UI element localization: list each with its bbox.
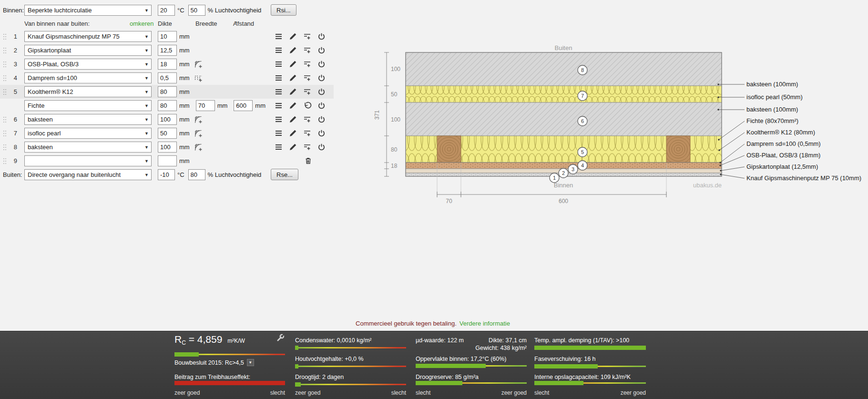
material-select[interactable]: Knauf Gipsmaschinenputz MP 75▼ — [24, 31, 152, 42]
edit-layer-icon[interactable] — [288, 60, 297, 69]
drag-handle-icon[interactable] — [0, 47, 8, 54]
layer-marker[interactable]: 6 — [578, 116, 587, 126]
foil-texture-icon[interactable] — [194, 73, 203, 83]
layer-baksteen-inner[interactable] — [406, 102, 722, 136]
insert-layer-icon[interactable] — [303, 143, 312, 152]
toggle-layer-icon[interactable] — [317, 101, 326, 110]
edit-layer-icon[interactable] — [288, 46, 297, 55]
layer-marker[interactable]: 7 — [578, 91, 587, 101]
drag-handle-icon[interactable] — [0, 130, 8, 137]
layer-menu-icon[interactable] — [274, 60, 283, 69]
layer-menu-icon[interactable] — [274, 101, 283, 110]
toggle-layer-icon[interactable] — [317, 87, 326, 96]
stud-material-select[interactable]: Fichte▼ — [24, 100, 152, 111]
material-select[interactable]: Kooltherm® K12▼ — [24, 86, 152, 97]
thickness-input[interactable] — [158, 59, 177, 70]
toggle-layer-icon[interactable] — [317, 129, 326, 138]
toggle-layer-icon[interactable] — [317, 46, 326, 55]
outside-humidity-input[interactable] — [188, 169, 205, 180]
wood-stud[interactable] — [434, 134, 464, 164]
edit-layer-icon[interactable] — [288, 143, 297, 152]
layer-menu-icon[interactable] — [274, 129, 283, 138]
material-select[interactable]: baksteen▼ — [24, 142, 152, 153]
insert-layer-icon[interactable] — [303, 60, 312, 69]
layer-marker[interactable]: 2 — [559, 168, 568, 178]
material-select[interactable]: Damprem sd=100▼ — [24, 72, 152, 83]
thickness-input[interactable] — [158, 142, 177, 153]
inside-surface-select[interactable]: Beperkte luchtcirculatie ▼ — [24, 5, 152, 16]
layer-baksteen-outer[interactable] — [406, 52, 722, 86]
stud-width-input[interactable] — [196, 100, 215, 111]
rsi-button[interactable]: Rsi... — [271, 4, 296, 16]
insert-layer-icon[interactable] — [303, 129, 312, 138]
drag-handle-icon[interactable] — [0, 74, 8, 82]
edit-layer-icon[interactable] — [288, 129, 297, 138]
outside-temperature-input[interactable] — [158, 169, 175, 180]
insert-layer-icon[interactable] — [303, 32, 312, 41]
insert-layer-icon[interactable] — [303, 115, 312, 124]
material-select[interactable]: isofloc pearl▼ — [24, 128, 152, 139]
toggle-layer-icon[interactable] — [317, 60, 326, 69]
wood-stud[interactable] — [664, 134, 693, 164]
layer-marker[interactable]: 5 — [578, 147, 587, 157]
bouwbesluit-dropdown[interactable]: ▼ — [247, 359, 254, 366]
layer-isofloc-pearl[interactable] — [406, 86, 722, 102]
layer-marker[interactable]: 8 — [578, 65, 587, 75]
layer-osb[interactable] — [406, 163, 722, 169]
layer-menu-icon[interactable] — [274, 46, 283, 55]
layer-number: 9 — [8, 157, 17, 164]
edit-layer-icon[interactable] — [288, 115, 297, 124]
material-select[interactable]: ▼ — [24, 155, 152, 166]
drag-handle-icon[interactable] — [0, 143, 8, 151]
more-info-link[interactable]: Verdere informatie — [460, 320, 510, 327]
inside-temperature-input[interactable] — [158, 5, 175, 16]
thickness-input[interactable] — [158, 155, 177, 166]
layer-menu-icon[interactable] — [274, 143, 283, 152]
stud-thickness-input[interactable] — [158, 100, 177, 111]
toggle-layer-icon[interactable] — [317, 143, 326, 152]
drag-handle-icon[interactable] — [0, 116, 8, 123]
wood-grain-texture-icon[interactable] — [194, 115, 203, 124]
drag-handle-icon[interactable] — [0, 157, 8, 165]
material-select[interactable]: Gipskartonplaat▼ — [24, 45, 152, 56]
toggle-layer-icon[interactable] — [317, 32, 326, 41]
drag-handle-icon[interactable] — [0, 61, 8, 68]
thickness-input[interactable] — [158, 45, 177, 56]
layer-menu-icon[interactable] — [274, 115, 283, 124]
insert-layer-icon[interactable] — [303, 87, 312, 96]
wood-grain-texture-icon[interactable] — [194, 143, 203, 152]
layer-menu-icon[interactable] — [274, 32, 283, 41]
thickness-input[interactable] — [158, 86, 177, 97]
inside-humidity-input[interactable] — [188, 5, 205, 16]
thickness-input[interactable] — [158, 72, 177, 83]
edit-layer-icon[interactable] — [288, 87, 297, 96]
reverse-link[interactable]: omkeren — [130, 20, 154, 27]
wrench-icon[interactable] — [275, 333, 285, 343]
outside-surface-select[interactable]: Directe overgang naar buitenlucht ▼ — [24, 169, 152, 180]
edit-layer-icon[interactable] — [288, 32, 297, 41]
wood-grain-texture-icon[interactable] — [194, 60, 203, 69]
rse-button[interactable]: Rse... — [271, 169, 298, 180]
thickness-input[interactable] — [158, 128, 177, 139]
edit-layer-icon[interactable] — [288, 101, 297, 110]
insert-layer-icon[interactable] — [303, 73, 312, 82]
toggle-layer-icon[interactable] — [317, 73, 326, 82]
edit-layer-icon[interactable] — [288, 73, 297, 82]
layer-marker[interactable]: 1 — [550, 173, 559, 183]
layer-menu-icon[interactable] — [274, 73, 283, 82]
thickness-input[interactable] — [158, 114, 177, 125]
layer-menu-icon[interactable] — [274, 87, 283, 96]
insert-layer-icon[interactable] — [303, 46, 312, 55]
drag-handle-icon[interactable] — [0, 33, 8, 41]
undo-icon[interactable] — [303, 101, 312, 110]
material-select[interactable]: OSB-Plaat, OSB/3▼ — [24, 59, 152, 70]
delete-layer-icon[interactable] — [304, 156, 313, 165]
material-select[interactable]: baksteen▼ — [24, 114, 152, 125]
wood-grain-texture-icon[interactable] — [194, 129, 203, 138]
layer-marker[interactable]: 4 — [578, 161, 587, 170]
toggle-layer-icon[interactable] — [317, 115, 326, 124]
layer-marker[interactable]: 3 — [568, 164, 578, 174]
drag-handle-icon[interactable] — [0, 88, 8, 96]
thickness-input[interactable] — [158, 31, 177, 42]
stud-distance-input[interactable] — [234, 100, 253, 111]
